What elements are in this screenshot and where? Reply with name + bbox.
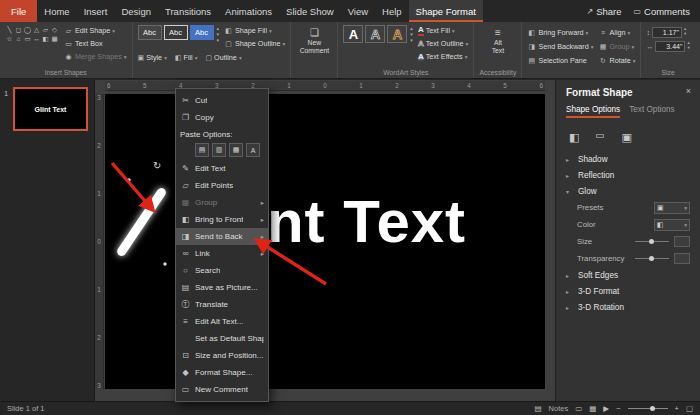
shape-tool-icon[interactable]: ▱ [41, 25, 50, 34]
style-button[interactable]: ▣ Style ▾ [138, 53, 167, 62]
fill-button[interactable]: ◧ Fill ▾ [175, 53, 198, 62]
shape-tool-icon[interactable]: ▭ [23, 34, 32, 43]
tab-insert[interactable]: Insert [77, 0, 115, 22]
fit-slide-icon[interactable]: ▢ [686, 404, 693, 413]
slideshow-icon[interactable]: ▶ [603, 404, 609, 413]
size-properties-icon[interactable]: ▣ [621, 131, 631, 143]
height-spinner[interactable]: ▴▾ [684, 27, 686, 37]
new-comment-button[interactable]: ❏ New Comment [296, 25, 332, 57]
size-slider[interactable] [635, 241, 669, 242]
context-menu-item-edit-points[interactable]: ▱Edit Points [176, 177, 268, 194]
shape-tool-icon[interactable]: ☆ [5, 34, 14, 43]
normal-view-icon[interactable]: ▭ [575, 404, 582, 413]
text-effects-button[interactable]: A Text Effects ▾ [418, 51, 469, 62]
context-menu-item-copy[interactable]: ❐Copy [176, 109, 268, 126]
context-menu-item-send-to-back[interactable]: ◨Send to Back▸ [176, 228, 268, 245]
panel-section-glow[interactable]: ▾Glow [566, 183, 690, 199]
panel-section-reflection[interactable]: ▸Reflection [566, 167, 690, 183]
tab-animations[interactable]: Animations [218, 0, 279, 22]
paste-option-use-destination-theme[interactable]: ▥ [212, 143, 226, 157]
context-menu-item-save-as-picture[interactable]: ▤Save as Picture... [176, 279, 268, 296]
shape-tool-icon[interactable]: ╲ [5, 25, 14, 34]
paste-option-picture[interactable]: ▦ [229, 143, 243, 157]
tab-shape-format[interactable]: Shape Format [409, 0, 483, 22]
panel-tab-text-options[interactable]: Text Options [629, 105, 675, 118]
editing-canvas[interactable]: 6543210123456 3210123 Glint Text ↻ [95, 80, 555, 401]
wordart-preset-3[interactable]: A [387, 25, 407, 43]
fill-line-icon[interactable]: ◧ [569, 131, 579, 143]
tab-view[interactable]: View [341, 0, 375, 22]
notes-button[interactable]: Notes [549, 404, 569, 413]
shape-style-preset-3[interactable]: Abc [190, 25, 214, 40]
shape-tool-icon[interactable]: ▦ [50, 34, 59, 43]
alt-text-button[interactable]: ≡ Alt Text [479, 25, 516, 57]
rotate-handle-icon[interactable]: ↻ [153, 160, 161, 171]
paste-option-keep-text-only[interactable]: A [246, 143, 260, 157]
shape-tool-icon[interactable]: ◻ [14, 25, 23, 34]
context-menu-item-edit-text[interactable]: ✎Edit Text [176, 160, 268, 177]
context-menu-item-search[interactable]: ○Search [176, 262, 268, 279]
zoom-out-icon[interactable]: − [616, 404, 620, 413]
width-spinner[interactable]: ▴▾ [687, 41, 689, 51]
tab-slide-show[interactable]: Slide Show [279, 0, 341, 22]
zoom-in-icon[interactable]: + [675, 404, 679, 413]
share-button[interactable]: ↗ Share [586, 6, 621, 17]
size-value[interactable] [674, 236, 690, 247]
gallery-more-icon[interactable]: ▾ [217, 37, 220, 43]
panel-section-soft-edges[interactable]: ▸Soft Edges [566, 267, 690, 283]
color-dropdown[interactable]: ◧▾ [654, 219, 690, 231]
wordart-preset-2[interactable]: A [365, 25, 385, 43]
text-outline-button[interactable]: A Text Outline ▾ [418, 38, 469, 49]
context-menu-item-new-comment[interactable]: ▭New Comment [176, 381, 268, 398]
panel-section-shadow[interactable]: ▸Shadow [566, 151, 690, 167]
shape-outline-button[interactable]: ▢ Shape Outline ▾ [224, 38, 285, 49]
shape-height-input[interactable]: 1.17" [652, 27, 682, 38]
slide-sorter-icon[interactable]: ▦ [589, 404, 596, 413]
gallery-more-icon[interactable]: ▾ [410, 37, 413, 43]
edit-shape-button[interactable]: ▱ Edit Shape ▾ [64, 25, 127, 36]
tab-help[interactable]: Help [375, 0, 409, 22]
rotate-button[interactable]: ↻ Rotate ▾ [599, 55, 636, 66]
slide-title-text[interactable]: Glint Text [105, 186, 545, 255]
presets-dropdown[interactable]: ▣▾ [654, 202, 690, 214]
shape-tool-icon[interactable]: ◯ [23, 25, 32, 34]
shape-tool-icon[interactable]: △ [32, 25, 41, 34]
context-menu-item-size-and-position[interactable]: ⊡Size and Position... [176, 347, 268, 364]
shape-fill-button[interactable]: ◧ Shape Fill ▾ [224, 25, 285, 36]
shape-style-preset-2-selected[interactable]: Abc [164, 25, 188, 40]
slide[interactable]: Glint Text ↻ [105, 94, 545, 389]
transparency-value[interactable] [674, 253, 690, 264]
tab-file[interactable]: File [0, 0, 37, 22]
shape-tool-icon[interactable]: ◇ [50, 25, 59, 34]
send-backward-button[interactable]: ◨ Send Backward ▾ [527, 41, 593, 52]
selection-handle[interactable] [127, 178, 131, 182]
text-fill-button[interactable]: A Text Fill ▾ [418, 25, 469, 36]
context-menu-item-format-shape[interactable]: ◆Format Shape... [176, 364, 268, 381]
tab-home[interactable]: Home [37, 0, 76, 22]
selection-pane-button[interactable]: ▤ Selection Pane [527, 55, 593, 66]
effects-tab-selected[interactable] [596, 134, 604, 138]
selection-handle[interactable] [163, 262, 167, 266]
panel-section-3-d-format[interactable]: ▸3-D Format [566, 283, 690, 299]
panel-section-3-d-rotation[interactable]: ▸3-D Rotation [566, 299, 690, 315]
context-menu-item-link[interactable]: ∞Link▸ [176, 245, 268, 262]
context-menu-item-bring-to-front[interactable]: ◧Bring to Front▸ [176, 211, 268, 228]
slide-thumbnail[interactable]: Glint Text [13, 87, 88, 131]
panel-tab-shape-options[interactable]: Shape Options [566, 105, 620, 118]
context-menu-item-cut[interactable]: ✂Cut [176, 92, 268, 109]
paste-option-keep-source-formatting[interactable]: ▤ [195, 143, 209, 157]
align-button[interactable]: ≡ Align ▾ [599, 27, 636, 38]
tab-design[interactable]: Design [114, 0, 158, 22]
bring-forward-button[interactable]: ◧ Bring Forward ▾ [527, 27, 593, 38]
tab-transitions[interactable]: Transitions [158, 0, 218, 22]
wordart-preset-1[interactable]: A [343, 25, 363, 43]
shape-tool-icon[interactable]: ↔ [32, 34, 41, 43]
shape-tool-icon[interactable]: ◧ [41, 34, 50, 43]
text-box-button[interactable]: ▭ Text Box [64, 38, 127, 49]
context-menu-item-edit-alt-text[interactable]: ≡Edit Alt Text... [176, 313, 268, 330]
context-menu-item-set-as-default-shape[interactable]: Set as Default Shape [176, 330, 268, 347]
shape-width-input[interactable]: 3.44" [655, 41, 685, 52]
shape-tool-icon[interactable]: ⌂ [14, 34, 23, 43]
shape-style-preset-1[interactable]: Abc [138, 25, 162, 40]
comments-button[interactable]: ▭ Comments [634, 6, 691, 17]
